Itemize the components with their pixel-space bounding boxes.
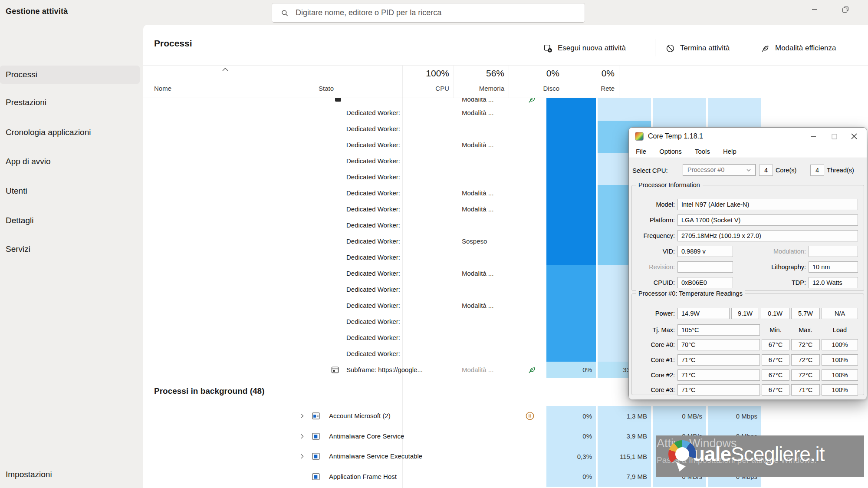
column-header-cpu[interactable]: CPU [397,85,449,92]
process-name: Dedicated Worker: [346,233,400,249]
process-name: Dedicated Worker: [346,265,400,281]
coretemp-maximize-button[interactable] [824,128,844,145]
column-header-status[interactable]: Stato [319,85,334,92]
efficiency-mode-button[interactable]: Modalità efficienza [761,41,836,56]
coretemp-menu-tools[interactable]: Tools [695,148,710,155]
expand-chevron-icon[interactable] [299,433,306,440]
mem-cell: 115,1 MB [598,446,651,467]
cpu-cell: 0% [546,426,596,447]
dsk-cell: 0 MB/s [653,406,706,426]
sidebar-item-label: Dettagli [6,216,33,225]
core-temp-value: 71°C [677,354,760,366]
modulation-label: Modulation: [759,248,806,255]
min-column-header: Min. [762,326,789,333]
cpu-cell [546,313,596,330]
background-section-header[interactable]: Processi in background (48) [154,386,264,396]
power-value: N/A [822,308,858,319]
process-name: Account Microsoft (2) [329,406,391,426]
process-status: Modalità ... [462,105,493,121]
cpu-total: 100% [397,68,449,79]
cpu-cell [546,233,596,249]
coretemp-menu-options[interactable]: Options [659,148,682,155]
coretemp-menubar: FileOptionsToolsHelp [629,145,867,158]
select-cpu-dropdown[interactable]: Processor #0 [683,164,756,176]
core-load-value: 100% [822,339,858,350]
cpu-cell: 0% [546,467,596,487]
modulation-value [809,246,858,257]
cpu-cell [546,185,596,201]
coretemp-close-button[interactable] [844,128,864,145]
core-max-value: 72°C [791,369,820,381]
sidebar-item-label: App di avvio [6,157,51,166]
process-name: Dedicated Worker: [346,249,400,265]
process-name: Dedicated Worker: [346,346,400,362]
sort-ascending-icon[interactable] [221,66,229,74]
sidebar-item-utenti[interactable]: Utenti [0,182,140,200]
lithography-value: 10 nm [809,261,858,273]
process-status: Sospeso [462,233,487,249]
process-row-dedicated-worker[interactable]: Dedicated Worker:Modalità ... [143,105,868,121]
coretemp-minimize-button[interactable] [803,128,823,145]
sidebar-item-servizi[interactable]: Servizi [0,240,140,258]
threads-count: 4 [810,165,824,176]
power-value: 9.1W [731,308,759,319]
run-new-task-button[interactable]: Esegui nuova attività [543,41,626,56]
process-name: Dedicated Worker: [346,330,400,346]
process-status: Modalità ... [462,297,493,313]
column-header-name[interactable]: Nome [154,85,171,92]
core-load-value: 100% [822,384,858,396]
screen: Gestione attività Digitare nome, editore… [0,0,868,488]
column-separator [564,65,564,98]
cpu-cell: 0% [546,362,596,378]
restore-button[interactable] [836,3,855,16]
sidebar-item-cronologia-applicazioni[interactable]: Cronologia applicazioni [0,123,140,142]
sidebar-item-impostazioni[interactable]: Impostazioni [0,465,140,484]
logo-text-rest: Scegliere.it [731,443,825,465]
efficiency-mode-label: Modalità efficienza [775,44,836,53]
background-process-row[interactable]: Account Microsoft (2)0%1,3 MB0 MB/s0 Mbp… [143,406,868,426]
efficiency-leaf-icon [528,366,536,374]
cpu-cell [546,137,596,153]
sidebar-item-label: Prestazioni [6,98,46,107]
qualescegliere-q-icon [668,440,696,468]
sidebar-item-prestazioni[interactable]: Prestazioni [0,93,140,112]
select-cpu-value: Processor #0 [687,166,724,173]
cpu-cell: 0,3% [546,446,596,467]
cpu-cell [546,265,596,281]
column-header-disk[interactable]: Disco [507,85,559,92]
end-task-button[interactable]: Termina attività [666,41,730,56]
cores-count: 4 [759,165,773,176]
platform-label: Platform: [629,217,675,224]
revision-label: Revision: [629,264,675,270]
net-cell: 0 Mbps [708,406,761,426]
logo-text-bold: uale [693,443,731,465]
column-header-network[interactable]: Rete [562,85,615,92]
column-header-memory[interactable]: Memoria [452,85,504,92]
power-label: Power: [629,310,675,317]
process-name: Dedicated Worker: [346,137,400,153]
core-label: Core #3: [629,386,675,393]
power-value: 14.9W [677,308,730,319]
qualescegliere-logo-text: ualeScegliere.it [693,442,825,466]
expand-chevron-icon[interactable] [299,412,306,419]
max-column-header: Max. [791,326,820,333]
core-max-value: 71°C [791,384,820,396]
search-input[interactable]: Digitare nome, editore o PID per la rice… [272,3,585,23]
core-load-value: 100% [822,369,858,381]
coretemp-titlebar[interactable]: Core Temp 1.18.1 [629,128,867,145]
coretemp-window[interactable]: Core Temp 1.18.1 FileOptionsToolsHelp Se… [628,127,867,399]
sidebar-item-app-di-avvio[interactable]: App di avvio [0,152,140,171]
app-icon [312,412,320,420]
sidebar-item-processi[interactable]: Processi [0,66,140,84]
process-name: Dedicated Worker: [346,169,400,185]
coretemp-menu-file[interactable]: File [636,148,646,155]
leaf-icon [761,44,770,53]
process-name: Dedicated Worker: [346,313,400,330]
expand-chevron-icon[interactable] [299,453,306,460]
coretemp-menu-help[interactable]: Help [723,148,736,155]
sidebar-item-dettagli[interactable]: Dettagli [0,211,140,230]
sidebar-item-label: Cronologia applicazioni [6,128,91,137]
sidebar-item-label: Processi [6,70,37,79]
paused-icon [525,411,535,421]
minimize-button[interactable] [805,3,824,16]
